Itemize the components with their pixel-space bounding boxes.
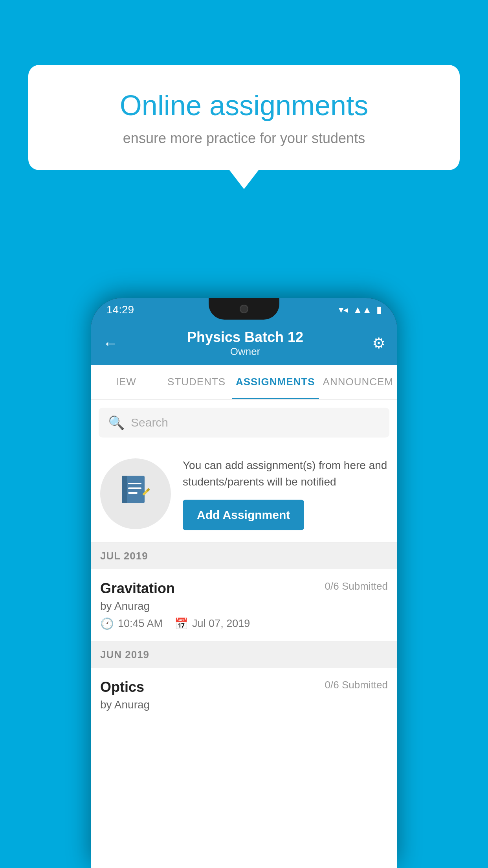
assignment-row-top-optics: Optics 0/6 Submitted xyxy=(100,679,388,695)
status-bar: 14:29 ▾◂ ▲▲ ▮ xyxy=(91,298,397,322)
tab-students[interactable]: STUDENTS xyxy=(161,365,231,399)
meta-time-gravitation: 🕐 10:45 AM xyxy=(100,617,163,630)
assignment-item-gravitation[interactable]: Gravitation 0/6 Submitted by Anurag 🕐 10… xyxy=(91,569,397,642)
promo-text: You can add assignment(s) from here and … xyxy=(183,457,388,490)
header-title: Physics Batch 12 xyxy=(187,329,303,346)
assignment-row-top: Gravitation 0/6 Submitted xyxy=(100,580,388,597)
signal-icon: ▲▲ xyxy=(353,304,372,315)
bubble-subtitle: ensure more practice for your students xyxy=(56,130,432,147)
status-icons: ▾◂ ▲▲ ▮ xyxy=(339,304,382,315)
notch-camera xyxy=(240,305,248,313)
promo-content: You can add assignment(s) from here and … xyxy=(183,457,388,530)
calendar-icon: 📅 xyxy=(174,617,188,630)
battery-icon: ▮ xyxy=(376,304,382,315)
assignment-name-gravitation: Gravitation xyxy=(100,580,175,597)
phone-device: 14:29 ▾◂ ▲▲ ▮ ← Physics Batch 12 Owner ⚙… xyxy=(91,298,397,868)
phone-content: IEW STUDENTS ASSIGNMENTS ANNOUNCEM 🔍 Sea… xyxy=(91,365,397,868)
assignment-submitted-gravitation: 0/6 Submitted xyxy=(325,580,388,592)
add-assignment-button[interactable]: Add Assignment xyxy=(183,500,304,530)
tab-announcements[interactable]: ANNOUNCEM xyxy=(319,365,397,399)
phone-notch xyxy=(209,298,279,320)
clock-icon: 🕐 xyxy=(100,617,114,630)
assignment-name-optics: Optics xyxy=(100,679,144,695)
promo-icon-circle xyxy=(100,458,171,529)
assignment-submitted-optics: 0/6 Submitted xyxy=(325,679,388,691)
meta-date-gravitation: 📅 Jul 07, 2019 xyxy=(174,617,250,630)
app-header: ← Physics Batch 12 Owner ⚙ xyxy=(91,322,397,365)
tab-assignments[interactable]: ASSIGNMENTS xyxy=(232,365,319,399)
status-time: 14:29 xyxy=(106,303,134,316)
bubble-title: Online assignments xyxy=(56,88,432,122)
month-label-jun: JUN 2019 xyxy=(100,649,149,660)
tabs-bar: IEW STUDENTS ASSIGNMENTS ANNOUNCEM xyxy=(91,365,397,400)
assignment-meta-gravitation: 🕐 10:45 AM 📅 Jul 07, 2019 xyxy=(100,617,388,630)
assignment-by-optics: by Anurag xyxy=(100,699,388,711)
search-icon: 🔍 xyxy=(108,415,125,430)
assignment-promo: You can add assignment(s) from here and … xyxy=(91,445,397,543)
section-header-jul: JUL 2019 xyxy=(91,543,397,569)
wifi-icon: ▾◂ xyxy=(339,304,348,315)
gear-icon[interactable]: ⚙ xyxy=(372,335,385,352)
speech-bubble: Online assignments ensure more practice … xyxy=(28,65,460,170)
tab-iew[interactable]: IEW xyxy=(91,365,161,399)
assignment-by-gravitation: by Anurag xyxy=(100,600,388,612)
notebook-icon xyxy=(118,473,153,515)
section-header-jun: JUN 2019 xyxy=(91,642,397,668)
header-center: Physics Batch 12 Owner xyxy=(187,329,303,358)
speech-bubble-container: Online assignments ensure more practice … xyxy=(28,65,460,170)
time-value-gravitation: 10:45 AM xyxy=(118,618,163,630)
svg-rect-1 xyxy=(122,476,127,503)
back-button[interactable]: ← xyxy=(103,335,118,352)
date-value-gravitation: Jul 07, 2019 xyxy=(192,618,250,630)
search-placeholder: Search xyxy=(131,416,168,429)
header-subtitle: Owner xyxy=(187,346,303,358)
month-label-jul: JUL 2019 xyxy=(100,550,148,562)
search-bar[interactable]: 🔍 Search xyxy=(99,408,389,438)
assignment-item-optics[interactable]: Optics 0/6 Submitted by Anurag xyxy=(91,668,397,727)
